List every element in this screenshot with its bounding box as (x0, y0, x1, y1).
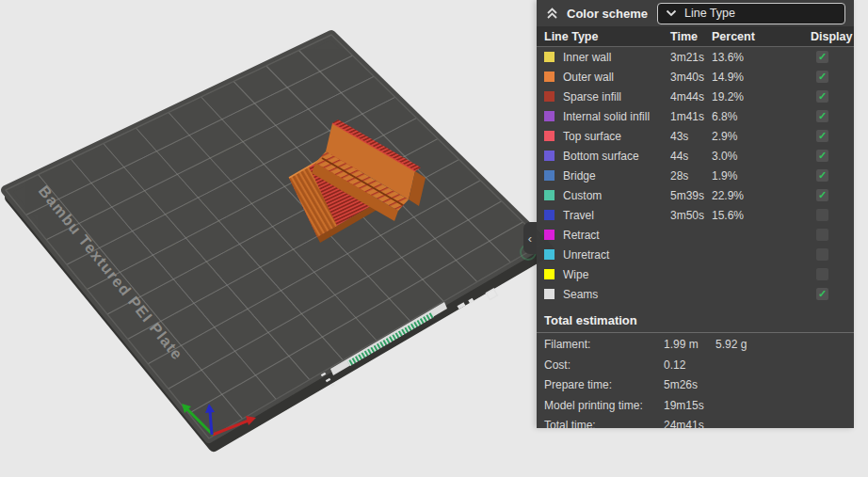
line-type-row: Retract (537, 225, 854, 245)
total-label: Filament: (544, 338, 664, 351)
chevron-down-icon (666, 7, 677, 20)
line-type-time: 3m50s (670, 209, 712, 222)
line-type-label: Top surface (563, 130, 621, 143)
z-axis-arrow (210, 411, 212, 435)
display-checkbox[interactable] (816, 229, 828, 241)
table-header: Line Type Time Percent Display (537, 26, 854, 47)
color-scheme-dropdown[interactable]: Line Type (657, 3, 845, 24)
line-type-color-swatch (544, 190, 555, 200)
dropdown-value: Line Type (684, 7, 735, 20)
line-type-label: Seams (563, 288, 598, 301)
line-type-time: 3m40s (670, 71, 712, 84)
line-type-label: Wipe (563, 268, 588, 281)
line-type-label: Sparse infill (563, 90, 621, 103)
line-type-color-swatch (544, 230, 555, 240)
line-type-row: Sparse infill4m44s19.2%✓ (537, 87, 854, 106)
line-type-row: Outer wall3m40s14.9%✓ (537, 67, 854, 87)
line-type-percent: 22.9% (712, 189, 811, 202)
line-type-label: Unretract (563, 248, 609, 262)
line-type-row: Bottom surface44s3.0%✓ (537, 146, 854, 166)
line-type-label: Travel (563, 209, 594, 222)
collapse-up-icon[interactable] (544, 6, 559, 21)
line-type-time: 1m41s (670, 110, 712, 123)
line-type-percent: 13.6% (712, 51, 811, 64)
line-type-color-swatch (544, 91, 555, 102)
total-value: 1.99 m (664, 338, 715, 351)
total-row: Total time:24m41s (537, 417, 854, 435)
line-type-color-swatch (544, 52, 555, 62)
panel-collapse-tab[interactable]: ‹ (523, 222, 537, 254)
display-checkbox[interactable]: ✓ (816, 130, 828, 142)
line-type-label: Bridge (563, 169, 596, 183)
line-type-color-swatch (544, 151, 555, 161)
display-checkbox[interactable]: ✓ (816, 90, 828, 103)
display-checkbox[interactable]: ✓ (816, 71, 828, 83)
build-plate[interactable]: Bambu Textured PEI Plate (6, 35, 549, 446)
display-checkbox[interactable] (816, 209, 828, 221)
total-row: Filament:1.99 m5.92 g (537, 336, 854, 354)
display-checkbox[interactable]: ✓ (816, 189, 828, 201)
line-type-row: Inner wall3m21s13.6%✓ (537, 47, 854, 67)
display-checkbox[interactable]: ✓ (816, 169, 828, 182)
line-type-percent: 19.2% (712, 90, 811, 103)
line-type-time: 4m44s (670, 90, 712, 103)
col-time: Time (670, 30, 712, 43)
total-value: 5m26s (664, 378, 715, 391)
total-value: 24m41s (664, 419, 715, 432)
line-type-row: Seams✓ (537, 284, 854, 304)
line-type-label: Custom (563, 189, 602, 202)
total-row: Cost:0.12 (537, 356, 854, 374)
line-type-label: Outer wall (563, 71, 614, 84)
panel-title: Color scheme (567, 7, 648, 21)
line-type-time: 3m21s (670, 51, 712, 64)
display-checkbox[interactable] (816, 248, 828, 261)
line-type-percent: 3.0% (712, 150, 811, 163)
line-type-color-swatch (544, 131, 555, 141)
divider (537, 332, 854, 333)
line-type-color-swatch (544, 210, 555, 220)
line-type-row: Unretract (537, 245, 854, 264)
total-row: Prepare time:5m26s (537, 376, 854, 394)
line-type-percent: 14.9% (712, 71, 811, 84)
display-checkbox[interactable]: ✓ (816, 150, 828, 162)
line-type-color-swatch (544, 170, 555, 181)
line-type-time: 43s (670, 130, 712, 143)
line-type-label: Bottom surface (563, 150, 639, 163)
line-type-row: Wipe (537, 264, 854, 284)
line-type-label: Retract (563, 229, 600, 242)
line-type-row: Custom5m39s22.9%✓ (537, 185, 854, 205)
total-row: Model printing time:19m15s (537, 396, 854, 414)
line-type-row: Top surface43s2.9%✓ (537, 126, 854, 146)
line-type-color-swatch (544, 289, 555, 299)
line-type-percent: 6.8% (712, 110, 811, 123)
display-checkbox[interactable] (816, 268, 828, 280)
total-label: Cost: (544, 358, 664, 372)
line-type-percent: 15.6% (712, 209, 811, 222)
line-type-color-swatch (544, 269, 555, 279)
display-checkbox[interactable]: ✓ (816, 51, 828, 63)
total-label: Prepare time: (544, 378, 664, 391)
line-type-row: Internal solid infill1m41s6.8%✓ (537, 106, 854, 126)
total-value: 19m15s (664, 399, 715, 412)
line-type-time: 28s (670, 169, 712, 183)
total-rows: Filament:1.99 m5.92 gCost:0.12Prepare ti… (537, 336, 854, 435)
total-estimation-title: Total estimation (537, 304, 854, 332)
app-window: Bambu Textured PEI Plate (0, 0, 868, 477)
line-type-row: Bridge28s1.9%✓ (537, 166, 854, 185)
display-checkbox[interactable]: ✓ (816, 288, 828, 300)
line-type-rows: Inner wall3m21s13.6%✓Outer wall3m40s14.9… (537, 47, 854, 304)
line-type-color-swatch (544, 111, 555, 121)
line-type-row: Travel3m50s15.6% (537, 205, 854, 225)
panel-header: Color scheme Line Type (537, 0, 854, 26)
total-value: 0.12 (664, 358, 715, 372)
line-type-percent: 2.9% (712, 130, 811, 143)
col-line-type: Line Type (544, 30, 670, 43)
line-type-color-swatch (544, 72, 555, 82)
line-type-label: Internal solid infill (563, 110, 650, 123)
color-scheme-panel: Color scheme Line Type Line Type Time Pe… (537, 0, 854, 428)
line-type-percent: 1.9% (712, 169, 811, 183)
line-type-time: 5m39s (670, 189, 712, 202)
display-checkbox[interactable]: ✓ (816, 110, 828, 122)
line-type-label: Inner wall (563, 51, 611, 64)
total-label: Model printing time: (544, 399, 664, 412)
